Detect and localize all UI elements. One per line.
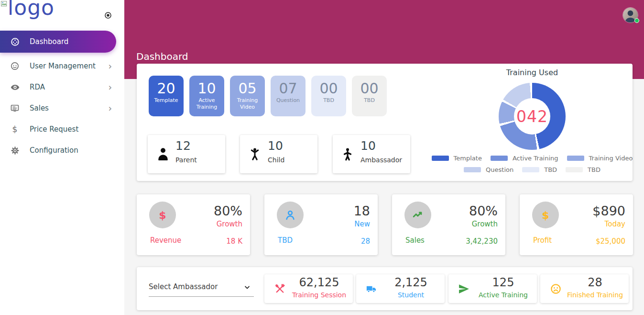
stat-value: 10	[189, 80, 224, 96]
logo: logo	[8, 0, 55, 20]
donut-center-value: 042	[516, 107, 548, 126]
metric-footer-value: 18 K	[226, 237, 242, 246]
main-content: Dashboard 20 Template 10 Active Training…	[124, 0, 644, 315]
ambassador-count-card: 10 Ambassador	[333, 135, 410, 173]
metric-value: 18	[354, 203, 370, 218]
legend-chip	[464, 167, 481, 172]
online-status-dot	[634, 18, 639, 23]
user-face-icon	[10, 61, 20, 71]
mini-card-value: 62,125	[289, 276, 349, 289]
stat-value: 00	[311, 80, 346, 96]
sidebar-item-label: User Management	[30, 62, 96, 70]
sidebar-pin-toggle-icon[interactable]	[104, 11, 112, 19]
person-icon	[284, 208, 297, 222]
sidebar-item-dashboard[interactable]: Dashboard	[0, 31, 116, 53]
legend-label: TBD	[588, 166, 600, 173]
sidebar-item-label: Configuration	[30, 146, 78, 155]
stat-value: 07	[271, 80, 306, 96]
stat-value: 20	[149, 80, 184, 96]
legend-label: Training Video	[589, 155, 633, 162]
sales-card: 80% Growth Sales 3,42,230	[392, 194, 505, 255]
truck-icon	[366, 283, 378, 295]
legend-chip	[567, 156, 584, 161]
stat-value: 00	[352, 80, 387, 96]
legend-item: TBD	[566, 166, 600, 173]
metric-label: TBD	[278, 236, 293, 245]
legend-row: TemplateActive TrainingTraining Video	[427, 155, 637, 162]
people-count: 10	[268, 139, 283, 153]
legend-label: Active Training	[513, 155, 558, 162]
sidebar-item-label: Price Request	[30, 125, 78, 134]
eye-icon	[10, 82, 20, 92]
mini-card-value: 125	[473, 276, 533, 289]
metric-footer-value: $25,000	[596, 237, 625, 246]
metric-sub-label: Today	[605, 220, 625, 228]
metric-label: Sales	[405, 236, 425, 245]
stat-label: TBD	[311, 97, 346, 104]
dashboard-app: logo Dashboard User Management ›	[0, 0, 644, 315]
metric-label: Profit	[533, 236, 552, 245]
legend-chip	[491, 156, 508, 161]
sidebar-item-sales[interactable]: Sales ›	[0, 98, 124, 119]
list-board-icon	[10, 103, 20, 113]
revenue-card: $ 80% Growth Revenue 18 K	[137, 194, 250, 255]
logo-row: logo	[0, 0, 124, 29]
legend-item: TBD	[522, 166, 557, 173]
people-label: Child	[268, 156, 284, 164]
legend-label: Template	[454, 155, 482, 162]
parent-count-card: 12 Parent	[148, 135, 225, 173]
stat-label: Training Video	[230, 97, 265, 111]
chevron-down-icon	[243, 283, 251, 291]
stat-tile-training-video: 05 Training Video	[230, 76, 265, 116]
sidebar-item-user-management[interactable]: User Management ›	[0, 56, 124, 77]
overview-panel: 20 Template 10 Active Training 05 Traini…	[137, 64, 633, 181]
legend-chip	[566, 167, 583, 172]
child-icon	[248, 146, 264, 163]
legend-item: Active Training	[491, 155, 558, 162]
stat-value: 05	[230, 80, 265, 96]
people-count: 10	[360, 139, 376, 153]
sad-face-icon	[550, 283, 562, 295]
legend-item: Training Video	[567, 155, 633, 162]
metric-value: 80%	[469, 203, 498, 218]
chevron-right-icon: ›	[108, 83, 112, 92]
stat-tiles-row: 20 Template 10 Active Training 05 Traini…	[149, 76, 387, 116]
sidebar-item-rda[interactable]: RDA ›	[0, 77, 124, 98]
profit-card: $ $890 Today Profit $25,000	[520, 194, 633, 255]
metric-value: $890	[592, 203, 625, 218]
mini-card-label: Finished Training	[565, 291, 625, 299]
stat-tile-tbd-1: 00 TBD	[311, 76, 346, 116]
legend-item: Template	[432, 155, 482, 162]
legend-chip	[522, 167, 539, 172]
sidebar-item-label: Sales	[30, 104, 49, 112]
metric-value: 80%	[214, 203, 242, 218]
sidebar: logo Dashboard User Management ›	[0, 0, 124, 315]
metric-sub-label: New	[354, 220, 370, 228]
dollar-icon: $	[159, 209, 166, 221]
metric-sub-label: Growth	[217, 220, 242, 228]
stat-tile-tbd-2: 00 TBD	[352, 76, 387, 116]
stat-tile-template: 20 Template	[149, 76, 184, 116]
mini-card-value: 28	[565, 276, 625, 289]
stat-tile-question: 07 Question	[271, 76, 306, 116]
mini-card-label: Active Training	[473, 291, 533, 299]
sidebar-item-configuration[interactable]: Configuration	[0, 140, 124, 161]
metric-sub-label: Growth	[472, 220, 498, 228]
select-ambassador-dropdown[interactable]: Select Ambassador	[149, 280, 254, 297]
people-label: Parent	[175, 156, 197, 164]
legend-label: Question	[486, 166, 513, 173]
sidebar-item-price-request[interactable]: $ Price Request	[0, 119, 124, 140]
dashboard-icon	[10, 36, 20, 47]
people-count: 12	[175, 139, 191, 153]
donut-hole: 042	[514, 98, 550, 135]
sidebar-item-label: RDA	[30, 83, 45, 91]
dollar-icon: $	[542, 209, 549, 221]
active-training-card: 125 Active Training	[448, 274, 537, 303]
legend-chip	[432, 156, 449, 161]
legend-label: TBD	[544, 166, 557, 173]
chart-title: Training Used	[460, 68, 604, 77]
mini-card-value: 2,125	[381, 276, 441, 289]
finished-training-card: 28 Finished Training	[540, 274, 629, 303]
metric-icon-circle: $	[149, 202, 176, 228]
stat-label: Active Training	[189, 97, 224, 111]
